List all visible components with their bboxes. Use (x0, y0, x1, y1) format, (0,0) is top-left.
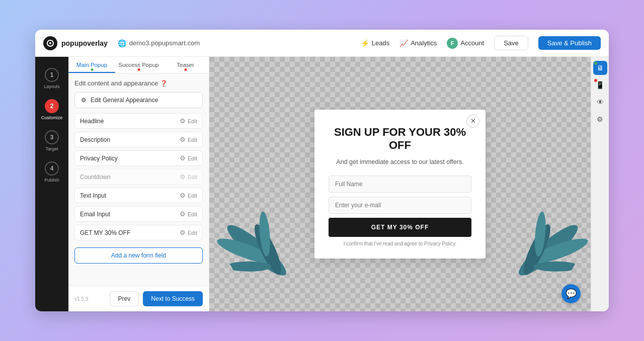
svg-point-9 (519, 221, 555, 278)
svg-point-5 (226, 262, 271, 272)
desktop-dot (594, 62, 597, 65)
field-row-countdown[interactable]: Countdown ⚙ Edit (74, 169, 203, 185)
field-row-headline[interactable]: Headline ⚙ Edit (74, 113, 203, 129)
field-row-cta[interactable]: GET MY 30% OFF ⚙ Edit (74, 225, 203, 240)
tab-dot-success (137, 68, 140, 71)
field-row-text-input[interactable]: Text Input ⚙ Edit (74, 188, 203, 203)
url-bar: 🌐 demo3.popupsmart.com (118, 39, 200, 47)
step-label-1: Layouts (44, 84, 60, 89)
edit-email-input[interactable]: ⚙ Edit (180, 210, 197, 218)
chat-icon: 💬 (566, 288, 577, 299)
svg-point-10 (534, 262, 579, 272)
panel-footer: v1.5.9 Prev Next to Success (68, 286, 209, 311)
add-field-button[interactable]: Add a new form field (74, 247, 203, 264)
svg-point-3 (215, 234, 276, 268)
edit-cta[interactable]: ⚙ Edit (180, 229, 197, 236)
canvas: ✕ SIGN UP FOR YOUR 30% OFF And get immed… (209, 57, 591, 311)
right-toolbar: 🖥 📱 👁 ⚙ (591, 57, 609, 311)
nav-analytics[interactable]: 📈 Analytics (399, 39, 437, 47)
preview-btn[interactable]: 👁 (593, 95, 607, 109)
step-label-3: Target (45, 146, 58, 151)
save-button[interactable]: Save (494, 36, 528, 50)
url-text: demo3.popupsmart.com (129, 39, 200, 47)
nav-account-label: Account (460, 39, 484, 47)
tab-teaser[interactable]: Teaser (162, 57, 209, 73)
mobile-icon: 📱 (596, 81, 604, 89)
prev-button[interactable]: Prev (110, 291, 139, 306)
nav-analytics-label: Analytics (411, 39, 437, 47)
popup-email-input[interactable] (329, 197, 471, 214)
app-name: popupoverlay (61, 39, 108, 47)
popup-modal: ✕ SIGN UP FOR YOUR 30% OFF And get immed… (314, 110, 486, 259)
mobile-dot (594, 79, 597, 82)
step-circle-2: 2 (45, 99, 59, 113)
tab-dot-main (91, 68, 93, 71)
svg-point-6 (258, 211, 272, 257)
eye-icon: 👁 (597, 98, 604, 106)
settings-btn[interactable]: ⚙ (593, 112, 607, 126)
field-row-description[interactable]: Description ⚙ Edit (74, 132, 203, 147)
sidebar-step-4[interactable]: 4 Publish (35, 158, 68, 186)
account-avatar: F (447, 38, 458, 49)
edit-privacy-policy[interactable]: ⚙ Edit (180, 154, 197, 162)
edit-icon: ⚙ (180, 192, 186, 199)
step-circle-4: 4 (45, 161, 59, 176)
gear-icon: ⚙ (597, 115, 603, 123)
sidebar-step-3[interactable]: 3 Target (35, 127, 68, 154)
popup-title: SIGN UP FOR YOUR 30% OFF (329, 126, 471, 152)
panel: Main Popup Success Popup Teaser Edit con… (68, 57, 209, 311)
sidebar-step-1[interactable]: 1 Layouts (35, 65, 68, 92)
sidebar-step-2[interactable]: 2 Customize (35, 96, 68, 123)
panel-content: Edit content and appearance ❓ ⚙ Edit Gen… (68, 73, 209, 286)
main-layout: 1 Layouts 2 Customize 3 Target 4 Publish… (35, 57, 609, 311)
edit-icon: ⚙ (180, 210, 186, 218)
nav-leads-label: Leads (372, 39, 389, 47)
popup-privacy-text: I confirm that I've read and agree to Pr… (329, 241, 471, 246)
edit-icon: ⚙ (180, 173, 186, 181)
edit-icon: ⚙ (180, 117, 186, 125)
panel-tabs: Main Popup Success Popup Teaser (68, 57, 209, 73)
field-row-email-input[interactable]: Email Input ⚙ Edit (74, 206, 203, 222)
sidebar-left: 1 Layouts 2 Customize 3 Target 4 Publish (35, 57, 68, 311)
step-circle-1: 1 (45, 68, 59, 82)
step-label-4: Publish (44, 178, 59, 183)
save-publish-button[interactable]: Save & Publish (538, 36, 601, 50)
next-button[interactable]: Next to Success (143, 291, 203, 306)
svg-point-11 (533, 211, 547, 257)
nav-account[interactable]: F Account (447, 38, 484, 49)
tab-success-popup[interactable]: Success Popup (115, 57, 162, 73)
tab-main-popup[interactable]: Main Popup (68, 57, 115, 73)
step-circle-3: 3 (45, 130, 59, 144)
leads-icon: ⚡ (361, 39, 369, 47)
popup-cta-button[interactable]: GET MY 30% OFF (329, 218, 471, 237)
desktop-device-btn[interactable]: 🖥 (593, 61, 607, 75)
analytics-icon: 📈 (399, 39, 408, 47)
palm-left-decoration (210, 200, 308, 310)
header: popupoverlay 🌐 demo3.popupsmart.com ⚡ Le… (35, 30, 609, 57)
chat-bubble[interactable]: 💬 (561, 284, 581, 303)
version-label: v1.5.9 (74, 296, 88, 302)
svg-point-2 (222, 219, 291, 282)
edit-countdown[interactable]: ⚙ Edit (180, 173, 197, 181)
edit-icon: ⚙ (180, 229, 186, 236)
edit-headline[interactable]: ⚙ Edit (180, 117, 197, 125)
edit-icon: ⚙ (180, 154, 186, 162)
edit-description[interactable]: ⚙ Edit (180, 136, 197, 143)
desktop-icon: 🖥 (597, 64, 604, 72)
mobile-device-btn[interactable]: 📱 (593, 78, 607, 92)
edit-text-input[interactable]: ⚙ Edit (180, 192, 197, 199)
section-header: Edit content and appearance ❓ (74, 79, 203, 87)
logo-area: popupoverlay (43, 36, 108, 50)
edit-appearance-btn[interactable]: ⚙ Edit General Appearance (74, 92, 203, 108)
popup-fullname-input[interactable] (329, 176, 471, 193)
logo-icon (43, 36, 57, 50)
edit-icon: ⚙ (180, 136, 186, 143)
nav-leads[interactable]: ⚡ Leads (361, 39, 389, 47)
field-row-privacy-policy[interactable]: Privacy Policy ⚙ Edit (74, 150, 203, 166)
globe-icon: 🌐 (118, 39, 126, 47)
header-nav: ⚡ Leads 📈 Analytics F Account Save Save … (361, 36, 601, 50)
popup-close-button[interactable]: ✕ (466, 115, 479, 128)
popup-subtitle: And get immediate access to our latest o… (329, 157, 471, 167)
step-label-2: Customize (41, 115, 63, 120)
svg-point-7 (514, 219, 583, 282)
